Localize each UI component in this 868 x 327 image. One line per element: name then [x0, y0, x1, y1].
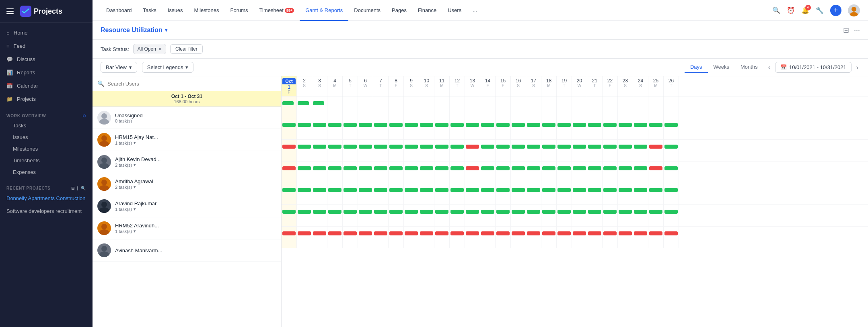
gantt-cell	[297, 118, 312, 139]
gantt-cell	[419, 96, 434, 118]
tools-icon-btn[interactable]: 🔧	[816, 6, 824, 14]
gantt-cell	[434, 227, 450, 248]
clear-filter-button[interactable]: Clear filter	[170, 44, 203, 54]
gantt-cell	[496, 205, 511, 226]
filter-chip[interactable]: All Open ×	[133, 44, 166, 54]
gantt-cell	[480, 205, 496, 226]
gantt-cell	[389, 183, 404, 204]
avatar[interactable]	[848, 4, 860, 16]
topnav-finance[interactable]: Finance	[412, 0, 442, 21]
sidebar-item-calendar[interactable]: 📅 Calendar	[0, 79, 93, 92]
recent-projects-label: RECENT PROJECTS ⊟ | 🔍	[0, 181, 93, 192]
sidebar-sub-timesheets[interactable]: Timesheets	[0, 155, 93, 166]
svg-point-9	[101, 180, 107, 185]
gantt-day-header: 9S	[404, 76, 419, 96]
topnav-milestones[interactable]: Milestones	[188, 0, 224, 21]
user-tasks: 2 task(s) ▾	[115, 162, 276, 168]
view-months-button[interactable]: Months	[735, 62, 763, 73]
topnav-timesheet[interactable]: Timesheet 99+	[254, 0, 300, 21]
recent-project-software[interactable]: Software developers recruitment	[0, 205, 93, 218]
topnav-issues[interactable]: Issues	[162, 0, 189, 21]
sidebar-sub-issues[interactable]: Issues	[0, 131, 93, 143]
sidebar-item-home[interactable]: ⌂ Home	[0, 26, 93, 39]
oct-period-label: Oct 1 - Oct 31	[97, 94, 276, 99]
more-options-button[interactable]: ···	[854, 26, 860, 35]
user-list: Unassigned 0 task(s) HRM15 Ajay Nat...	[93, 107, 281, 327]
filter-icon[interactable]: ⊟	[71, 186, 75, 190]
user-row[interactable]: HRM52 Aravindh... 1 task(s) ▾	[93, 217, 281, 239]
topnav-documents[interactable]: Documents	[348, 0, 386, 21]
expand-icon[interactable]: ▾	[134, 184, 136, 190]
page-title[interactable]: Resource Utilization ▾	[101, 27, 167, 34]
gantt-cell	[603, 140, 618, 161]
search-users-input[interactable]	[107, 81, 276, 87]
filter-chip-close[interactable]: ×	[158, 46, 162, 52]
view-weeks-button[interactable]: Weeks	[708, 62, 735, 73]
gantt-cell	[434, 140, 450, 161]
date-range-picker[interactable]: 📅 10/01/2021 - 10/31/2021	[775, 62, 852, 73]
gantt-cell	[419, 118, 434, 139]
expand-icon[interactable]: ▾	[134, 140, 136, 145]
search-icon[interactable]: 🔍	[81, 186, 86, 190]
topnav-gantt-reports[interactable]: Gantt & Reports	[300, 0, 348, 21]
expand-icon[interactable]: ▾	[134, 229, 136, 234]
gantt-cell	[557, 205, 572, 226]
user-tasks: 1 task(s) ▾	[115, 229, 276, 234]
user-row[interactable]: Avinash Manivarm...	[93, 239, 281, 262]
hamburger-menu[interactable]	[6, 8, 14, 14]
topnav-pages[interactable]: Pages	[386, 0, 412, 21]
filter-button[interactable]: ⊟	[843, 26, 849, 35]
svg-point-8	[99, 163, 109, 169]
gantt-cell	[541, 140, 557, 161]
user-name: Avinash Manivarm...	[115, 247, 276, 253]
user-avatar	[97, 177, 111, 191]
gantt-cell	[434, 183, 450, 204]
sidebar-item-projects[interactable]: 📁 Projects	[0, 92, 93, 106]
user-avatar	[97, 243, 111, 257]
prev-period-button[interactable]: ‹	[767, 62, 772, 73]
user-row[interactable]: Aravind Rajkumar 1 task(s) ▾	[93, 195, 281, 217]
clock-icon-btn[interactable]: ⏰	[787, 6, 795, 14]
topnav-users[interactable]: Users	[442, 0, 467, 21]
next-period-button[interactable]: ›	[855, 62, 860, 73]
expand-icon[interactable]: ▾	[134, 206, 136, 212]
sidebar-sub-tasks[interactable]: Tasks	[0, 120, 93, 131]
sidebar-item-discuss[interactable]: 💬 Discuss	[0, 53, 93, 66]
sidebar-item-reports[interactable]: 📊 Reports	[0, 66, 93, 79]
select-legends-dropdown[interactable]: Select Legends ▾	[142, 62, 194, 73]
gantt-cell	[618, 140, 633, 161]
gantt-cell	[312, 227, 327, 248]
user-row[interactable]: Unassigned 0 task(s)	[93, 107, 281, 129]
svg-point-2	[850, 12, 858, 16]
notification-badge: 6	[805, 5, 811, 10]
topnav-forums[interactable]: Forums	[225, 0, 254, 21]
topnav-more[interactable]: ...	[467, 0, 483, 21]
toolbar-left: Bar View ▾ Select Legends ▾	[101, 62, 193, 73]
gantt-cell	[541, 205, 557, 226]
sidebar-header: Projects	[0, 0, 93, 23]
projects-icon: 📁	[6, 96, 13, 102]
view-days-button[interactable]: Days	[685, 62, 708, 73]
work-overview-expand[interactable]: ⊙	[82, 114, 86, 118]
gantt-cell	[450, 96, 465, 118]
sidebar-item-feed[interactable]: ≡ Feed	[0, 39, 93, 53]
user-row[interactable]: Amritha Agrawal 2 task(s) ▾	[93, 173, 281, 195]
svg-point-5	[101, 135, 107, 141]
bar-view-dropdown[interactable]: Bar View ▾	[101, 62, 137, 73]
user-row[interactable]: HRM15 Ajay Nat... 1 task(s) ▾	[93, 129, 281, 151]
gantt-cell	[603, 161, 618, 183]
add-button[interactable]: +	[830, 5, 841, 16]
expand-icon[interactable]: ▾	[134, 162, 136, 168]
topnav-tasks[interactable]: Tasks	[138, 0, 162, 21]
gantt-cell	[327, 118, 343, 139]
sidebar-sub-expenses[interactable]: Expenses	[0, 166, 93, 178]
search-icon-btn[interactable]: 🔍	[772, 6, 780, 14]
gantt-cell	[511, 118, 526, 139]
recent-project-donnelly[interactable]: Donnelly Apartments Construction	[0, 192, 93, 205]
bell-icon-btn[interactable]: 🔔 6	[801, 6, 809, 14]
gantt-day-header: 18M	[541, 76, 557, 96]
sidebar-sub-milestones[interactable]: Milestones	[0, 143, 93, 155]
gantt-cell	[664, 227, 679, 248]
topnav-dashboard[interactable]: Dashboard	[101, 0, 138, 21]
user-row[interactable]: Ajith Kevin Devad... 2 task(s) ▾	[93, 151, 281, 173]
